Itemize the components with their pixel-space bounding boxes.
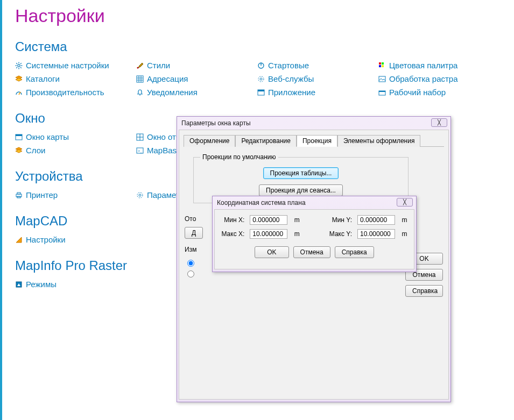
link-label: Приложение bbox=[268, 88, 315, 97]
gear-icon bbox=[15, 62, 23, 69]
titlebar[interactable]: Параметры окна карты ╳ bbox=[177, 117, 450, 130]
svg-point-12 bbox=[137, 67, 139, 68]
radio-1[interactable] bbox=[185, 258, 196, 267]
btn-projection-session[interactable]: Проекция для сеанса... bbox=[259, 184, 343, 196]
link-label: Уведомления bbox=[147, 88, 198, 97]
page-title: Настройки bbox=[15, 5, 503, 26]
link-layers-opt[interactable]: Слои bbox=[15, 144, 136, 157]
link-addressing[interactable]: Адресация bbox=[136, 72, 257, 86]
btn-projection-table[interactable]: Проекция таблицы... bbox=[263, 167, 339, 179]
layers-icon bbox=[15, 75, 23, 83]
svg-rect-33 bbox=[16, 134, 22, 136]
link-mapcad-settings[interactable]: Настройки bbox=[15, 233, 136, 246]
svg-point-0 bbox=[18, 64, 20, 66]
svg-line-8 bbox=[20, 63, 22, 64]
link-label: Слои bbox=[26, 146, 45, 155]
link-label: Режимы bbox=[26, 280, 57, 289]
svg-rect-42 bbox=[17, 193, 20, 194]
map-icon bbox=[15, 133, 23, 141]
link-notifications[interactable]: Уведомления bbox=[136, 86, 257, 99]
svg-rect-29 bbox=[379, 76, 385, 82]
svg-rect-24 bbox=[258, 90, 264, 91]
link-printer[interactable]: Принтер bbox=[15, 188, 136, 202]
link-performance[interactable]: Производительность bbox=[15, 86, 136, 99]
minx-label: Мин X: bbox=[220, 216, 244, 224]
power-icon bbox=[257, 62, 265, 69]
link-label: Веб-службы bbox=[268, 74, 314, 83]
link-webservices[interactable]: Веб-службы bbox=[257, 72, 378, 86]
unit: m bbox=[294, 230, 301, 238]
grid2-icon bbox=[136, 133, 144, 141]
section-system: Система bbox=[15, 39, 503, 54]
tabs: Оформление Редактирование Проекция Элеме… bbox=[184, 134, 444, 147]
radio-2[interactable] bbox=[185, 269, 196, 277]
link-raster-modes[interactable]: Режимы bbox=[15, 277, 136, 291]
miny-label: Мин Y: bbox=[328, 216, 352, 224]
svg-rect-28 bbox=[382, 65, 384, 67]
palette-icon bbox=[378, 62, 386, 69]
link-palette[interactable]: Цветовая палитра bbox=[378, 59, 499, 72]
window-icon bbox=[257, 89, 265, 96]
maxx-input[interactable] bbox=[250, 229, 287, 239]
btn-ok-coord[interactable]: OK bbox=[255, 246, 288, 258]
link-raster-proc[interactable]: Обработка растра bbox=[378, 72, 499, 86]
btn-d[interactable]: Д bbox=[185, 227, 203, 239]
link-system-settings[interactable]: Системные настройки bbox=[15, 59, 136, 72]
link-label: Адресация bbox=[147, 74, 188, 83]
btn-cancel-coord[interactable]: Отмена bbox=[293, 246, 330, 258]
tab-edit[interactable]: Редактирование bbox=[235, 135, 296, 147]
svg-text:>_: >_ bbox=[138, 149, 142, 153]
svg-point-22 bbox=[258, 76, 264, 82]
btn-help-main[interactable]: Справка bbox=[405, 285, 443, 297]
tab-design[interactable]: Оформление bbox=[184, 135, 235, 147]
link-label: Стартовые bbox=[268, 61, 309, 70]
link-startup[interactable]: Стартовые bbox=[257, 59, 378, 72]
image-icon bbox=[378, 75, 386, 83]
dialog-title: Параметры окна карты bbox=[181, 119, 251, 127]
svg-rect-26 bbox=[382, 62, 384, 65]
link-workspace[interactable]: Рабочий набор bbox=[378, 86, 499, 99]
maxy-label: Макс Y: bbox=[328, 230, 352, 238]
link-label: Каталоги bbox=[26, 74, 60, 83]
terminal-icon: >_ bbox=[136, 147, 144, 154]
dialog-coord-system: Координатная система плана ╳ Мин X: m Ми… bbox=[212, 196, 417, 272]
unit: m bbox=[294, 216, 301, 224]
gear-small-icon bbox=[257, 75, 265, 83]
svg-point-21 bbox=[260, 78, 262, 80]
miny-input[interactable] bbox=[357, 215, 395, 225]
link-application[interactable]: Приложение bbox=[257, 86, 378, 99]
square-icon bbox=[15, 281, 23, 288]
titlebar2[interactable]: Координатная система плана ╳ bbox=[213, 196, 416, 209]
close-icon2[interactable]: ╳ bbox=[397, 198, 413, 207]
svg-point-45 bbox=[137, 193, 143, 198]
svg-marker-10 bbox=[16, 78, 22, 81]
link-map-window[interactable]: Окно карты bbox=[15, 130, 136, 144]
bell-icon bbox=[136, 89, 144, 96]
maxx-label: Макс X: bbox=[220, 230, 244, 238]
layers2-icon bbox=[15, 147, 23, 154]
link-catalogs[interactable]: Каталоги bbox=[15, 72, 136, 86]
unit: m bbox=[402, 230, 409, 238]
svg-rect-13 bbox=[137, 76, 143, 82]
tab-projection[interactable]: Проекция bbox=[297, 135, 337, 147]
unit: m bbox=[402, 216, 409, 224]
gear2-icon bbox=[136, 191, 144, 199]
link-label: Обработка растра bbox=[389, 74, 458, 83]
btn-help-coord[interactable]: Справка bbox=[335, 246, 374, 258]
svg-point-44 bbox=[139, 194, 141, 196]
tab-elements[interactable]: Элементы оформления bbox=[337, 135, 421, 147]
link-label: Окно карты bbox=[26, 132, 69, 141]
minx-input[interactable] bbox=[250, 215, 287, 225]
svg-rect-27 bbox=[379, 65, 381, 67]
maxy-input[interactable] bbox=[357, 229, 395, 239]
legend: Проекции по умолчанию bbox=[200, 153, 278, 161]
link-label: Принтер bbox=[26, 190, 58, 200]
link-label: Рабочий набор bbox=[389, 88, 446, 97]
svg-point-18 bbox=[139, 94, 140, 95]
dialog2-title: Координатная система плана bbox=[217, 199, 306, 207]
close-icon[interactable]: ╳ bbox=[431, 118, 447, 127]
link-styles[interactable]: Стили bbox=[136, 59, 257, 72]
link-label: Производительность bbox=[26, 88, 104, 97]
label-izm: Изм bbox=[185, 246, 196, 253]
gauge-icon bbox=[15, 89, 23, 96]
